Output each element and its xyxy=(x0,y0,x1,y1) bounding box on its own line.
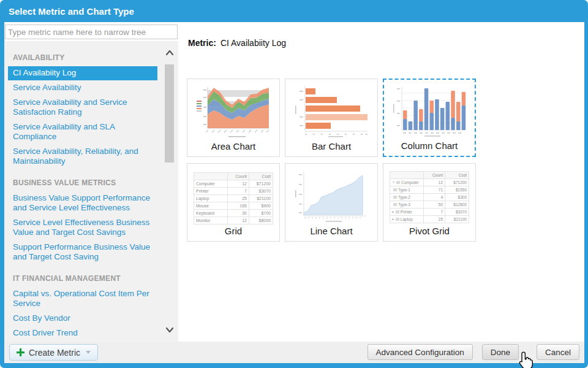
metric-value: CI Availabiity Log xyxy=(221,38,286,48)
done-button[interactable]: Done xyxy=(482,344,519,360)
scroll-down-icon[interactable] xyxy=(164,326,175,335)
search-input[interactable] xyxy=(5,25,178,39)
tile-label: Area Chart xyxy=(187,141,279,151)
expand-toggle-icon: ▶ xyxy=(392,210,394,213)
mini-table-header: Cost xyxy=(249,173,273,180)
tree-item[interactable]: Service Availability and SLA Compliance xyxy=(8,120,157,144)
mini-table-row: Mouse165$900 xyxy=(194,202,273,210)
mini-table-cell: 12 xyxy=(228,180,249,188)
mini-table-cell: 7 xyxy=(424,209,445,216)
chart-type-panel: Metric:CI Availabiity Log xyxy=(178,22,584,342)
mini-table-cell: $21100 xyxy=(249,195,273,202)
tree-item[interactable]: Support Performance Business Value and T… xyxy=(8,240,157,264)
mini-table-row: ▶Printer7$3070 xyxy=(390,209,469,216)
tree-section-header: BUSINESS VALUE METRICS xyxy=(8,178,157,191)
mini-table-cell: 25 xyxy=(424,216,445,223)
mini-table-cell: 30 xyxy=(228,210,249,217)
create-metric-button[interactable]: Create Metric xyxy=(9,344,98,361)
tile-pivot-grid[interactable]: CountCost▼Computer12$71200Type-171$1550T… xyxy=(383,163,476,242)
mini-table-cell: Laptop xyxy=(194,195,228,202)
mini-table-row: Type-171$1550 xyxy=(390,186,469,194)
mini-table-row: Printer7$3070 xyxy=(194,188,273,195)
mini-table-cell: 12 xyxy=(228,217,249,224)
tile-line-chart[interactable]: Line Chart xyxy=(285,163,378,242)
tree-item[interactable]: Cost By Vendor xyxy=(8,312,157,326)
create-metric-label: Create Metric xyxy=(29,348,80,358)
mini-table-row: Type-24$300 xyxy=(390,194,469,201)
dialog-content: AVAILABILITYCI Availabiity LogService Av… xyxy=(4,22,584,363)
mini-table-header: Cost xyxy=(445,172,469,179)
selected-metric-line: Metric:CI Availabiity Log xyxy=(188,38,286,48)
column-chart-thumbnail xyxy=(391,82,468,141)
bar-chart-thumbnail xyxy=(293,82,370,141)
grid-thumbnail-table: CountCostComputer12$71200Printer7$3070La… xyxy=(194,172,273,224)
folder-icon xyxy=(396,181,400,184)
mini-table-cell: Type-1 xyxy=(390,186,424,194)
mini-table-cell: $21100 xyxy=(445,216,469,223)
tree-item[interactable]: CI Availabiity Log xyxy=(8,66,157,80)
tile-label: Grid xyxy=(187,226,279,236)
expand-toggle-icon: ▼ xyxy=(392,180,395,184)
area-chart-thumbnail xyxy=(195,82,272,141)
tile-label: Bar Chart xyxy=(285,141,377,151)
mini-table-cell: ▶Laptop xyxy=(390,216,424,223)
mini-table-header: Count xyxy=(424,172,445,179)
mini-table-cell: $1550 xyxy=(445,186,469,194)
scroll-up-icon[interactable] xyxy=(164,48,175,58)
mini-table-header: Count xyxy=(228,173,249,180)
mini-table-cell: Printer xyxy=(194,188,228,195)
mini-table-cell: ▶Printer xyxy=(390,209,424,216)
mini-table-cell: $3070 xyxy=(249,188,273,195)
tree-item[interactable]: Service Availability xyxy=(8,81,157,95)
mini-table-header xyxy=(390,172,424,179)
tree-item[interactable]: Cost Driver Trend xyxy=(8,326,157,340)
metric-label: Metric: xyxy=(188,38,216,48)
folder-icon xyxy=(393,188,397,191)
mini-table-cell: 25 xyxy=(228,195,249,202)
mini-table-cell: $3070 xyxy=(445,209,469,216)
mini-table-row: Laptop25$21100 xyxy=(194,195,273,202)
mini-table-cell: $300 xyxy=(445,194,469,201)
tree-item[interactable]: Service Level Effectiveness Business Val… xyxy=(8,216,157,240)
advanced-configuration-button[interactable]: Advanced Configuration xyxy=(368,344,473,360)
folder-icon xyxy=(393,203,397,206)
tile-column-chart[interactable]: Column Chart xyxy=(383,79,476,157)
folder-icon xyxy=(393,196,397,199)
mini-table-cell: 165 xyxy=(228,202,249,210)
dialog-footer: Create Metric Advanced Configuration Don… xyxy=(4,342,584,363)
mini-table-cell: Computer xyxy=(194,180,228,188)
folder-icon xyxy=(396,210,399,213)
mini-table-row: Keyboard30$700 xyxy=(194,210,273,217)
mini-table-cell: $8000 xyxy=(249,217,273,224)
mini-table-row: Computer12$71200 xyxy=(194,180,273,188)
mini-table-row: ▶Laptop25$21100 xyxy=(390,216,469,223)
tile-bar-chart[interactable]: Bar Chart xyxy=(285,79,378,157)
mini-table-cell: Monitor xyxy=(194,217,228,224)
chevron-down-icon xyxy=(86,351,91,354)
mini-table-row: Type-350$12800 xyxy=(390,201,469,209)
scrollbar-thumb[interactable] xyxy=(165,64,174,163)
mini-table-cell: 71 xyxy=(424,186,445,194)
mini-table-cell: $71200 xyxy=(249,180,273,188)
select-metric-dialog: Select Metric and Chart Type AVAILABILIT… xyxy=(0,0,588,368)
tree-scrollbar[interactable] xyxy=(163,46,176,338)
plus-icon xyxy=(17,348,24,356)
metric-tree-panel: AVAILABILITYCI Availabiity LogService Av… xyxy=(4,41,178,342)
mini-table-cell: Mouse xyxy=(194,202,228,210)
tree-section-header: AVAILABILITY xyxy=(8,53,157,66)
tree-item[interactable]: Business Value Support Performance and S… xyxy=(8,191,157,215)
mini-table-cell: $12800 xyxy=(445,201,469,209)
mini-table-cell: 4 xyxy=(424,194,445,201)
tile-grid[interactable]: CountCostComputer12$71200Printer7$3070La… xyxy=(187,163,280,242)
mini-table-cell: Type-3 xyxy=(390,201,424,209)
cancel-button[interactable]: Cancel xyxy=(537,344,579,360)
mini-table-cell: 50 xyxy=(424,201,445,209)
tree-item[interactable]: Capital vs. Operational Cost Item Per Se… xyxy=(8,287,157,311)
mini-table-cell: Type-2 xyxy=(390,194,424,201)
tree-item[interactable]: Service Availability, Reliability, and M… xyxy=(8,145,157,169)
mini-table-cell: ▼Computer xyxy=(390,179,424,186)
folder-icon xyxy=(396,218,399,221)
expand-toggle-icon: ▶ xyxy=(392,217,394,221)
tile-area-chart[interactable]: Area Chart xyxy=(187,79,280,157)
tree-item[interactable]: Service Availability and Service Satisfa… xyxy=(8,96,157,120)
